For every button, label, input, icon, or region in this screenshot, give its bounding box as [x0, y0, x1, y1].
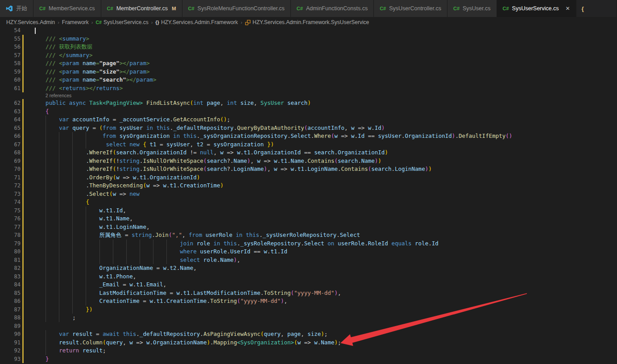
gutter[interactable]: 91 [0, 339, 24, 347]
gutter[interactable]: 54 [0, 28, 24, 35]
gutter[interactable]: 86 [0, 297, 24, 306]
code-text[interactable]: /// <returns></returns> [32, 84, 617, 93]
gutter[interactable]: 82 [0, 264, 24, 273]
code-text[interactable]: 所属角色 = string.Join(",", from userRole in… [32, 231, 617, 240]
code-text[interactable]: where userRole.UserId == w.t1.Id [32, 248, 617, 256]
code-line-56[interactable]: 56 /// 获取列表数据 [0, 43, 617, 51]
code-line-92[interactable]: 92 return result; [0, 347, 617, 355]
gutter[interactable]: 81 [0, 256, 24, 265]
code-text[interactable]: join role in this._sysRoleRepository.Sel… [32, 240, 617, 248]
gutter[interactable]: 66 [0, 132, 24, 141]
code-text[interactable]: /// <param name="size"></param> [32, 68, 617, 76]
code-text[interactable]: _Email = w.t1.Email, [32, 281, 617, 289]
breadcrumb-item[interactable]: HZY.Services.Admin.Framework.SysUserServ… [245, 19, 369, 25]
breadcrumb-item[interactable]: {}HZY.Services.Admin.Framework [155, 19, 238, 25]
code-text[interactable]: w.t1.LoginName, [32, 223, 617, 232]
code-text[interactable]: w.t1.Name, [32, 215, 617, 223]
codelens-references[interactable]: 2 references [32, 92, 71, 99]
code-text[interactable]: .ThenByDescending(w => w.t1.CreationTime… [32, 182, 617, 190]
gutter[interactable]: 64 [0, 116, 24, 124]
gutter[interactable]: 73 [0, 190, 24, 199]
code-line-73[interactable]: 73 .Select(w => new [0, 190, 617, 199]
code-text[interactable]: /// <summary> [32, 35, 617, 43]
code-line-78[interactable]: 78 所属角色 = string.Join(",", from userRole… [0, 231, 617, 240]
gutter[interactable]: 59 [0, 68, 24, 76]
code-text[interactable]: var accountInfo = _accountService.GetAcc… [32, 116, 617, 124]
code-text[interactable]: select role.Name), [32, 256, 617, 265]
gutter[interactable]: 92 [0, 347, 24, 355]
code-line-85[interactable]: 85 LastModificationTime = w.t1.LastModif… [0, 289, 617, 298]
tab-partial[interactable]: { [576, 0, 617, 17]
code-line-87[interactable]: 87 }) [0, 306, 617, 314]
code-line-93[interactable]: 93 } [0, 355, 617, 364]
gutter[interactable]: 58 [0, 59, 24, 68]
code-line-91[interactable]: 91 result.Column(query, w => w.Organizat… [0, 339, 617, 347]
gutter[interactable]: 83 [0, 273, 24, 281]
gutter[interactable]: 71 [0, 174, 24, 182]
code-text[interactable]: { [32, 198, 617, 207]
gutter[interactable]: 80 [0, 248, 24, 256]
code-area[interactable]: 5455 /// <summary>56 /// 获取列表数据57 /// </… [0, 28, 617, 363]
gutter[interactable]: 90 [0, 330, 24, 339]
code-text[interactable]: /// <param name="search"></param> [32, 76, 617, 84]
code-text[interactable]: .WhereIf(search.OrganizationId != null, … [32, 149, 617, 157]
code-line-77[interactable]: 77 w.t1.LoginName, [0, 223, 617, 232]
gutter[interactable]: 65 [0, 124, 24, 132]
tab-sysuserservice-cs[interactable]: C#SysUserService.cs✕ [497, 0, 576, 17]
gutter[interactable]: 56 [0, 43, 24, 51]
code-text[interactable] [32, 28, 617, 35]
breadcrumb-item[interactable]: C#SysUserService.cs [96, 19, 149, 25]
code-text[interactable]: /// <param name="page"></param> [32, 59, 617, 68]
gutter[interactable]: 60 [0, 76, 24, 84]
code-text[interactable]: public async Task<PagingView> FindListAs… [32, 99, 617, 108]
code-line-67[interactable]: 67 select new { t1 = sysUser, t2 = sysOr… [0, 141, 617, 149]
code-line-64[interactable]: 64 var accountInfo = _accountService.Get… [0, 116, 617, 124]
gutter[interactable]: 68 [0, 149, 24, 157]
tab-memberservice-cs[interactable]: C#MemberService.cs [33, 0, 101, 17]
code-text[interactable]: return result; [32, 347, 617, 355]
gutter[interactable]: 74 [0, 198, 24, 207]
gutter[interactable]: 93 [0, 355, 24, 364]
gutter[interactable]: 55 [0, 35, 24, 43]
code-text[interactable]: from sysOrganization in this._sysOrganiz… [32, 132, 617, 141]
code-line-79[interactable]: 79 join role in this._sysRoleRepository.… [0, 240, 617, 248]
code-line-69[interactable]: 69 .WhereIf(!string.IsNullOrWhiteSpace(s… [0, 157, 617, 165]
code-line-90[interactable]: 90 var result = await this._defaultRepos… [0, 330, 617, 339]
code-line-80[interactable]: 80 where userRole.UserId == w.t1.Id [0, 248, 617, 256]
gutter[interactable]: 85 [0, 289, 24, 298]
code-line-65[interactable]: 65 var query = (from sysUser in this._de… [0, 124, 617, 132]
code-text[interactable]: w.t1.Phone, [32, 273, 617, 281]
code-text[interactable]: { [32, 108, 617, 116]
code-text[interactable]: }) [32, 306, 617, 314]
gutter[interactable]: 77 [0, 223, 24, 232]
code-line-86[interactable]: 86 CreationTime = w.t1.CreationTime.ToSt… [0, 297, 617, 306]
code-line-59[interactable]: 59 /// <param name="size"></param> [0, 68, 617, 76]
code-line-55[interactable]: 55 /// <summary> [0, 35, 617, 43]
code-text[interactable]: w.t1.Id, [32, 207, 617, 215]
code-text[interactable]: LastModificationTime = w.t1.LastModifica… [32, 289, 617, 298]
gutter[interactable]: 79 [0, 240, 24, 248]
gutter[interactable]: 76 [0, 215, 24, 223]
code-text[interactable]: ; [32, 314, 617, 322]
code-text[interactable]: var query = (from sysUser in this._defau… [32, 124, 617, 132]
code-text[interactable]: .WhereIf(!string.IsNullOrWhiteSpace(sear… [32, 157, 617, 165]
code-text[interactable]: .WhereIf(!string.IsNullOrWhiteSpace(sear… [32, 165, 617, 174]
code-text[interactable]: var result = await this._defaultReposito… [32, 330, 617, 339]
code-text[interactable]: result.Column(query, w => w.Organization… [32, 339, 617, 347]
gutter[interactable]: 62 [0, 99, 24, 108]
code-text[interactable]: select new { t1 = sysUser, t2 = sysOrgan… [32, 141, 617, 149]
code-line-54[interactable]: 54 [0, 28, 617, 35]
code-line-61[interactable]: 61 /// <returns></returns> [0, 84, 617, 93]
tab-sysuser-cs[interactable]: C#SysUser.cs [447, 0, 497, 17]
code-line-60[interactable]: 60 /// <param name="search"></param> [0, 76, 617, 84]
code-line-58[interactable]: 58 /// <param name="page"></param> [0, 59, 617, 68]
gutter[interactable]: 89 [0, 322, 24, 331]
gutter[interactable]: 78 [0, 231, 24, 240]
tab-sysusercontroller-cs[interactable]: C#SysUserController.cs [374, 0, 447, 17]
gutter[interactable]: 87 [0, 306, 24, 314]
code-line-81[interactable]: 81 select role.Name), [0, 256, 617, 265]
gutter[interactable]: 67 [0, 141, 24, 149]
code-line-83[interactable]: 83 w.t1.Phone, [0, 273, 617, 281]
code-line-72[interactable]: 72 .ThenByDescending(w => w.t1.CreationT… [0, 182, 617, 190]
code-text[interactable]: } [32, 355, 617, 364]
